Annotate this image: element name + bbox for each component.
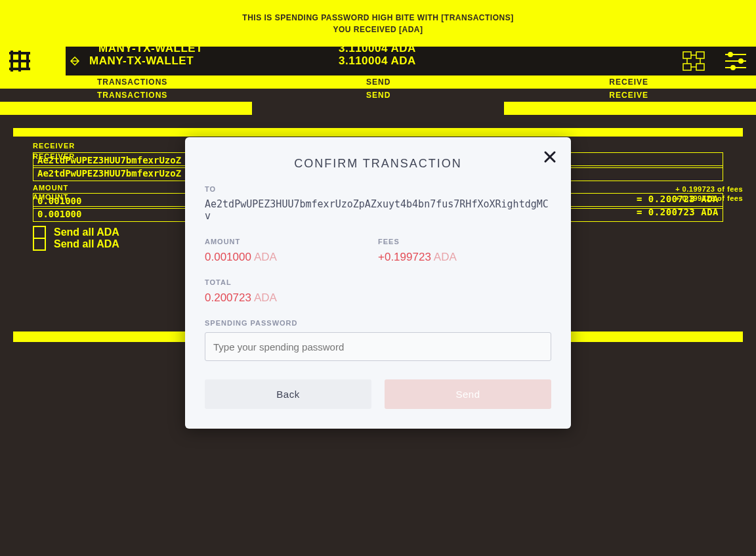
to-label: TO	[205, 185, 551, 193]
dialog-title: CONFIRM TRANSACTION	[205, 157, 551, 171]
spending-password-input[interactable]	[205, 332, 551, 361]
close-icon	[543, 150, 556, 163]
confirm-transaction-dialog: CONFIRM TRANSACTION TO Ae2tdPwUPEZ3HUU7b…	[185, 137, 571, 429]
to-address: Ae2tdPwUPEZ3HUU7bmfexrUzoZpAZxuyt4b4bn7f…	[205, 198, 551, 222]
close-button[interactable]	[541, 148, 559, 166]
total-unit-modal: ADA	[254, 291, 277, 304]
total-label-modal: TOTAL	[205, 278, 551, 286]
amount-label-modal: AMOUNT	[205, 238, 378, 246]
total-value-modal: 0.200723	[205, 291, 251, 304]
send-button[interactable]: Send	[385, 379, 551, 409]
back-button[interactable]: Back	[205, 379, 371, 409]
fees-unit-modal: ADA	[434, 251, 457, 263]
fees-value-modal: +0.199723	[378, 251, 431, 263]
spending-password-label: SPENDING PASSWORD	[205, 319, 551, 327]
amount-value-modal: 0.001000	[205, 251, 251, 263]
fees-label-modal: FEES	[378, 238, 551, 246]
amount-unit-modal: ADA	[254, 251, 277, 263]
modal-overlay: CONFIRM TRANSACTION TO Ae2tdPwUPEZ3HUU7b…	[0, 0, 756, 556]
